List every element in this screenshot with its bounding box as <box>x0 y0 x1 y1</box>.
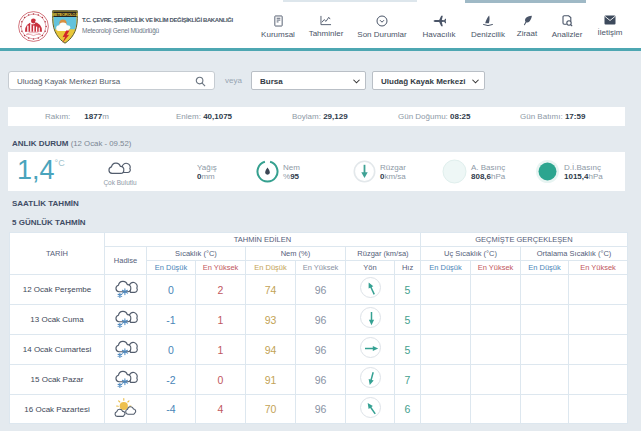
svg-text:METEOROLOJi: METEOROLOJi <box>52 12 78 17</box>
